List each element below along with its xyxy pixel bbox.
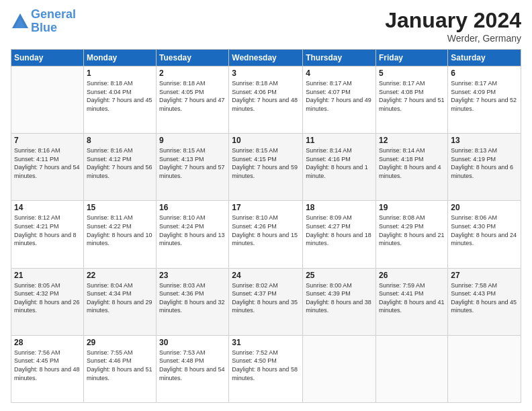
day-info: Sunrise: 8:09 AM Sunset: 4:27 PM Dayligh…: [306, 214, 373, 247]
day-number: 14: [14, 203, 81, 212]
calendar-cell-w2-d7: 13Sunrise: 8:13 AM Sunset: 4:19 PM Dayli…: [448, 134, 521, 201]
day-info: Sunrise: 8:10 AM Sunset: 4:24 PM Dayligh…: [159, 214, 226, 247]
day-info: Sunrise: 8:15 AM Sunset: 4:15 PM Dayligh…: [232, 146, 300, 180]
day-info: Sunrise: 7:53 AM Sunset: 4:48 PM Dayligh…: [159, 349, 226, 382]
logo-line2: Blue: [31, 21, 57, 34]
day-info: Sunrise: 8:17 AM Sunset: 4:09 PM Dayligh…: [451, 79, 518, 113]
calendar-cell-w2-d3: 9Sunrise: 8:15 AM Sunset: 4:13 PM Daylig…: [157, 134, 229, 201]
day-number: 28: [14, 338, 81, 347]
calendar-cell-w3-d2: 15Sunrise: 8:11 AM Sunset: 4:22 PM Dayli…: [83, 201, 156, 268]
calendar-cell-w4-d5: 25Sunrise: 8:00 AM Sunset: 4:39 PM Dayli…: [303, 268, 376, 335]
day-number: 27: [451, 271, 518, 280]
day-number: 5: [379, 68, 445, 78]
day-info: Sunrise: 8:17 AM Sunset: 4:08 PM Dayligh…: [379, 79, 445, 113]
day-number: 1: [87, 68, 153, 78]
header-tuesday: Tuesday: [157, 50, 229, 66]
day-number: 16: [159, 203, 226, 212]
day-info: Sunrise: 7:56 AM Sunset: 4:45 PM Dayligh…: [14, 349, 81, 382]
calendar-cell-w1-d2: 1Sunrise: 8:18 AM Sunset: 4:04 PM Daylig…: [83, 66, 156, 134]
location: Werder, Germany: [385, 33, 521, 44]
logo-text: General Blue: [31, 8, 76, 35]
header-saturday: Saturday: [448, 50, 521, 66]
calendar-cell-w2-d2: 8Sunrise: 8:16 AM Sunset: 4:12 PM Daylig…: [83, 134, 156, 201]
calendar-cell-w1-d3: 2Sunrise: 8:18 AM Sunset: 4:05 PM Daylig…: [157, 66, 229, 134]
day-info: Sunrise: 8:00 AM Sunset: 4:39 PM Dayligh…: [306, 281, 373, 315]
page: General Blue January 2024 Werder, German…: [0, 0, 532, 411]
day-info: Sunrise: 7:59 AM Sunset: 4:41 PM Dayligh…: [379, 281, 445, 315]
week-row-5: 28Sunrise: 7:56 AM Sunset: 4:45 PM Dayli…: [11, 335, 521, 402]
day-info: Sunrise: 8:18 AM Sunset: 4:06 PM Dayligh…: [232, 79, 300, 113]
logo: General Blue: [11, 8, 76, 35]
day-number: 17: [232, 203, 300, 212]
day-info: Sunrise: 8:16 AM Sunset: 4:11 PM Dayligh…: [14, 146, 81, 180]
calendar-cell-w3-d7: 20Sunrise: 8:06 AM Sunset: 4:30 PM Dayli…: [448, 201, 521, 268]
day-info: Sunrise: 8:15 AM Sunset: 4:13 PM Dayligh…: [159, 146, 226, 180]
day-number: 31: [232, 338, 300, 347]
logo-icon: [11, 12, 30, 31]
day-info: Sunrise: 8:18 AM Sunset: 4:04 PM Dayligh…: [87, 79, 153, 113]
calendar-cell-w5-d7: [448, 335, 521, 402]
day-info: Sunrise: 8:03 AM Sunset: 4:36 PM Dayligh…: [159, 281, 226, 315]
day-info: Sunrise: 8:08 AM Sunset: 4:29 PM Dayligh…: [379, 214, 445, 247]
header-friday: Friday: [376, 50, 448, 66]
day-number: 9: [159, 136, 226, 145]
calendar-cell-w3-d4: 17Sunrise: 8:10 AM Sunset: 4:26 PM Dayli…: [229, 201, 303, 268]
week-row-3: 14Sunrise: 8:12 AM Sunset: 4:21 PM Dayli…: [11, 201, 521, 268]
calendar-cell-w4-d7: 27Sunrise: 7:58 AM Sunset: 4:43 PM Dayli…: [448, 268, 521, 335]
calendar-cell-w3-d3: 16Sunrise: 8:10 AM Sunset: 4:24 PM Dayli…: [157, 201, 229, 268]
day-info: Sunrise: 7:58 AM Sunset: 4:43 PM Dayligh…: [451, 281, 518, 315]
day-number: 10: [232, 136, 300, 145]
header: General Blue January 2024 Werder, German…: [11, 8, 521, 44]
calendar-cell-w2-d6: 12Sunrise: 8:14 AM Sunset: 4:18 PM Dayli…: [376, 134, 448, 201]
calendar-cell-w3-d5: 18Sunrise: 8:09 AM Sunset: 4:27 PM Dayli…: [303, 201, 376, 268]
calendar-cell-w5-d2: 29Sunrise: 7:55 AM Sunset: 4:46 PM Dayli…: [83, 335, 156, 402]
calendar-cell-w2-d1: 7Sunrise: 8:16 AM Sunset: 4:11 PM Daylig…: [11, 134, 84, 201]
day-number: 30: [159, 338, 226, 347]
calendar-cell-w5-d3: 30Sunrise: 7:53 AM Sunset: 4:48 PM Dayli…: [157, 335, 229, 402]
calendar-cell-w4-d1: 21Sunrise: 8:05 AM Sunset: 4:32 PM Dayli…: [11, 268, 84, 335]
calendar-cell-w1-d6: 5Sunrise: 8:17 AM Sunset: 4:08 PM Daylig…: [376, 66, 448, 134]
calendar-header-row: Sunday Monday Tuesday Wednesday Thursday…: [11, 50, 521, 66]
day-number: 11: [306, 136, 373, 145]
week-row-2: 7Sunrise: 8:16 AM Sunset: 4:11 PM Daylig…: [11, 134, 521, 201]
week-row-4: 21Sunrise: 8:05 AM Sunset: 4:32 PM Dayli…: [11, 268, 521, 335]
day-info: Sunrise: 8:12 AM Sunset: 4:21 PM Dayligh…: [14, 214, 81, 247]
day-number: 4: [306, 68, 373, 78]
header-monday: Monday: [83, 50, 156, 66]
day-number: 22: [87, 271, 153, 280]
calendar-cell-w5-d5: [303, 335, 376, 402]
day-number: 24: [232, 271, 300, 280]
calendar-cell-w3-d1: 14Sunrise: 8:12 AM Sunset: 4:21 PM Dayli…: [11, 201, 84, 268]
calendar-cell-w1-d5: 4Sunrise: 8:17 AM Sunset: 4:07 PM Daylig…: [303, 66, 376, 134]
day-number: 13: [451, 136, 518, 145]
calendar-cell-w1-d1: [11, 66, 84, 134]
day-info: Sunrise: 7:55 AM Sunset: 4:46 PM Dayligh…: [87, 349, 153, 382]
calendar-table: Sunday Monday Tuesday Wednesday Thursday…: [11, 49, 521, 403]
day-number: 20: [451, 203, 518, 212]
day-info: Sunrise: 7:52 AM Sunset: 4:50 PM Dayligh…: [232, 349, 300, 382]
day-number: 18: [306, 203, 373, 212]
day-number: 7: [14, 136, 81, 145]
day-number: 15: [87, 203, 153, 212]
day-number: 12: [379, 136, 445, 145]
day-info: Sunrise: 8:18 AM Sunset: 4:05 PM Dayligh…: [159, 79, 226, 113]
day-info: Sunrise: 8:17 AM Sunset: 4:07 PM Dayligh…: [306, 79, 373, 113]
day-info: Sunrise: 8:16 AM Sunset: 4:12 PM Dayligh…: [87, 146, 153, 180]
logo-line1: General: [31, 7, 76, 21]
day-info: Sunrise: 8:14 AM Sunset: 4:18 PM Dayligh…: [379, 146, 445, 180]
day-number: 2: [159, 68, 226, 78]
calendar-cell-w4-d4: 24Sunrise: 8:02 AM Sunset: 4:37 PM Dayli…: [229, 268, 303, 335]
day-number: 8: [87, 136, 153, 145]
day-number: 3: [232, 68, 300, 78]
calendar-cell-w1-d7: 6Sunrise: 8:17 AM Sunset: 4:09 PM Daylig…: [448, 66, 521, 134]
calendar-cell-w4-d2: 22Sunrise: 8:04 AM Sunset: 4:34 PM Dayli…: [83, 268, 156, 335]
week-row-1: 1Sunrise: 8:18 AM Sunset: 4:04 PM Daylig…: [11, 66, 521, 134]
day-info: Sunrise: 8:04 AM Sunset: 4:34 PM Dayligh…: [87, 281, 153, 315]
day-info: Sunrise: 8:11 AM Sunset: 4:22 PM Dayligh…: [87, 214, 153, 247]
day-number: 25: [306, 271, 373, 280]
day-number: 29: [87, 338, 153, 347]
header-wednesday: Wednesday: [229, 50, 303, 66]
header-thursday: Thursday: [303, 50, 376, 66]
calendar-cell-w4-d3: 23Sunrise: 8:03 AM Sunset: 4:36 PM Dayli…: [157, 268, 229, 335]
day-number: 26: [379, 271, 445, 280]
